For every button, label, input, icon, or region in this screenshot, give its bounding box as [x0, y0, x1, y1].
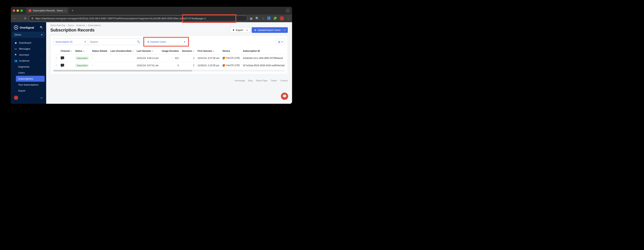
close-tab-button[interactable]: × — [64, 9, 66, 12]
minimize-window-button[interactable] — [16, 10, 19, 12]
subnav-segments[interactable]: Segments — [16, 64, 44, 70]
sidebar-item-label: Dashboard — [19, 41, 31, 44]
table-row: ⋮ Subscribed - 10/31/24, 9:07:01 am 0 2 … — [53, 62, 285, 69]
chevron-down-icon: ▾ — [245, 29, 248, 31]
footer-link[interactable]: Homepage — [234, 80, 245, 82]
col-last-unsub[interactable]: Last Unsubscribed⇅ — [109, 48, 135, 54]
cell-status-details: - — [90, 62, 109, 69]
menu-icon[interactable]: ⋮ — [287, 16, 290, 20]
app-content: OneSignal 🔍 Demo ▾ ◉ Dashboard ▭ Message… — [11, 22, 292, 104]
cell-sessions: 2 — [180, 54, 196, 62]
sidebar-item-journeys[interactable]: ⚑ Journeys — [12, 52, 44, 58]
chrome-icon — [222, 64, 225, 67]
crumb[interactable]: Demo — [68, 24, 74, 26]
plus-circle-icon: ⊕ — [254, 28, 256, 32]
header-actions: ⬇ Export ▾ ⊕ Update/Import Users ▾ — [230, 27, 288, 33]
cell-device: macOS (130) — [221, 54, 241, 62]
search-field-selector[interactable]: Subscription ID ▾ — [53, 38, 88, 45]
chat-icon: 💬 — [282, 94, 287, 98]
button-label: Update/Import Users — [258, 28, 281, 32]
forward-button[interactable]: → — [18, 16, 22, 20]
translate-icon[interactable]: 🅶 — [267, 16, 270, 20]
col-first-session[interactable]: First Session⇅ — [196, 48, 221, 54]
export-button[interactable]: ⬇ Export ▾ — [230, 27, 250, 33]
zoom-icon[interactable]: 🔍 — [255, 16, 259, 20]
cell-first-session: 10/30/24, 2:20:55 pm — [196, 62, 221, 69]
sidebar-item-audience[interactable]: 👥 Audience ⌃ — [12, 58, 44, 64]
cell-sub-id: 927e28ad-9529-4538-9193-eaf504e18a3f — [241, 62, 285, 69]
lens-icon[interactable]: ▣ — [250, 16, 253, 20]
cell-last-unsub — [109, 54, 135, 62]
subnav-users[interactable]: Users — [16, 70, 44, 76]
col-last-session[interactable]: Last Session⇅ — [135, 48, 160, 54]
update-import-button[interactable]: ⊕ Update/Import Users ▾ — [252, 27, 288, 33]
extensions-icon[interactable]: 🧩 — [273, 16, 277, 20]
search-input-wrap: 🔍 — [88, 38, 142, 45]
users-icon: 👥 — [14, 59, 17, 62]
url-bar: ← → ⟳ ⚙ https://dashboard.onesignal.com/… — [11, 14, 292, 22]
chat-fab[interactable]: 💬 — [281, 92, 288, 100]
col-status[interactable]: Status⇅ — [74, 48, 90, 54]
columns-button[interactable]: ▥ ▾ — [276, 38, 285, 45]
footer-links: Homepage Blog Status Page Twitter Career… — [46, 77, 292, 84]
columns-icon: ▥ — [278, 40, 280, 43]
bookmark-icon[interactable]: ☆ — [262, 16, 265, 20]
chevron-down-icon: ▾ — [84, 40, 86, 43]
chevron-down-icon: ⌄ — [41, 48, 43, 50]
segment-label: Inactive Users — [150, 40, 166, 43]
cell-sessions: 2 — [180, 62, 196, 69]
filter-row: Subscription ID ▾ 🔍 ◔ Inactive Users — [53, 38, 285, 45]
chrome-icon — [222, 57, 225, 60]
crumb[interactable]: Demo Paid Org — [50, 24, 65, 26]
chevron-up-icon: ⌃ — [41, 60, 43, 62]
close-window-button[interactable] — [13, 10, 15, 12]
back-button[interactable]: ← — [13, 16, 16, 20]
address-bar[interactable]: ⚙ https://dashboard.onesignal.com/apps/c… — [29, 16, 248, 21]
site-info-icon[interactable]: ⚙ — [31, 17, 34, 20]
row-menu-button[interactable]: ⋮ — [55, 64, 58, 67]
horizontal-scrollbar[interactable] — [53, 70, 285, 72]
status-badge: Subscribed — [75, 64, 89, 67]
sidebar-item-dashboard[interactable]: ◉ Dashboard — [12, 40, 44, 46]
scrollbar-thumb[interactable] — [53, 70, 192, 72]
cell-sub-id: 5cfdd24d-c411-4f30-986f-2f37ffbbbac8 — [241, 54, 285, 62]
sidebar-item-messages[interactable]: ▭ Messages ⌄ — [12, 46, 44, 52]
status-badge: Subscribed — [75, 56, 89, 60]
search-input[interactable] — [90, 40, 136, 43]
browser-tab[interactable]: Subscription Records · Demo × — [26, 8, 68, 14]
footer-link[interactable]: Twitter — [270, 80, 277, 82]
segment-selector[interactable]: ◔ Inactive Users ▾ — [145, 38, 187, 45]
reload-button[interactable]: ⟳ — [24, 16, 26, 20]
collapse-sidebar-button[interactable]: ⇤ — [40, 96, 43, 100]
tab-dropdown-button[interactable]: ⌄ — [286, 8, 290, 13]
cell-device: macOS (130) — [221, 62, 241, 69]
subnav-import[interactable]: Import — [16, 88, 44, 94]
channel-web-icon — [61, 56, 64, 59]
chevron-down-icon: ▾ — [184, 40, 185, 43]
row-menu-button[interactable]: ⋮ — [55, 56, 58, 60]
cell-first-session: 10/31/24, 9:37:00 am — [196, 54, 221, 62]
sidebar-search-icon[interactable]: 🔍 — [40, 26, 43, 29]
cell-last-session: 10/31/24, 9:07:01 am — [135, 62, 160, 69]
col-sub-id: Subscription ID — [241, 48, 285, 54]
chevron-down-icon: ▾ — [282, 29, 285, 31]
cell-usage: 0 — [160, 62, 180, 69]
tab-bar: Subscription Records · Demo × + ⌄ — [11, 7, 292, 14]
crumb[interactable]: Audience — [76, 24, 85, 26]
footer-link[interactable]: Careers — [280, 80, 288, 82]
footer-link[interactable]: Blog — [248, 80, 252, 82]
search-icon: 🔍 — [137, 40, 140, 43]
org-selector[interactable]: Demo ▾ — [12, 32, 44, 38]
maximize-window-button[interactable] — [20, 10, 23, 12]
download-icon: ⬇ — [232, 28, 234, 32]
subnav-test-subscriptions[interactable]: Test Subscriptions — [16, 82, 44, 88]
footer-link[interactable]: Status Page — [256, 80, 267, 82]
col-channel[interactable]: Channel⇅ — [59, 48, 74, 54]
brand-name: OneSignal — [20, 26, 34, 29]
col-sessions[interactable]: Sessions⇅ — [180, 48, 196, 54]
new-tab-button[interactable]: + — [70, 9, 75, 13]
user-avatar[interactable] — [14, 96, 18, 100]
main-panel: Demo Paid Org› Demo› Audience› Subscript… — [46, 22, 292, 104]
subnav-subscriptions[interactable]: Subscriptions — [16, 76, 44, 82]
profile-avatar[interactable] — [280, 16, 284, 20]
